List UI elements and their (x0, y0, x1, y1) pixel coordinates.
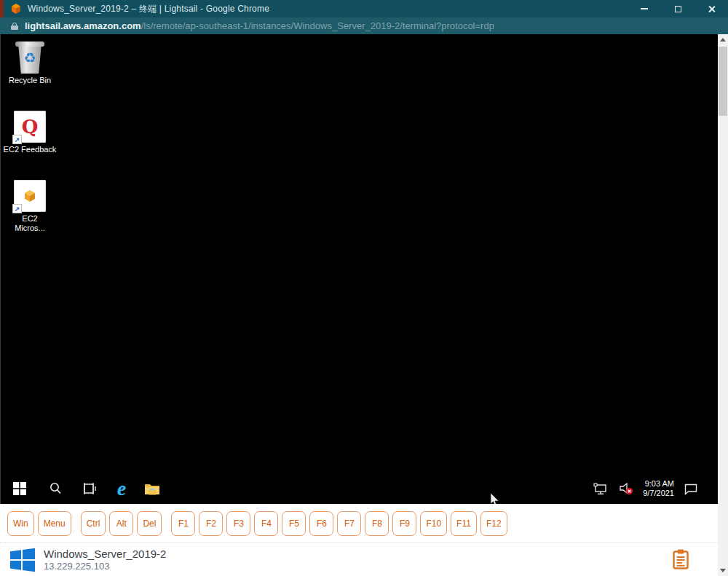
key-group-modifiers-2: Ctrl Alt Del (81, 511, 162, 536)
scrollbar-up-arrow[interactable] (718, 34, 728, 45)
desktop-icon-label: EC2 Micros... (1, 214, 59, 233)
start-button[interactable] (11, 480, 28, 497)
remote-session-viewport: ♻ Recycle Bin Q ↗ EC2 Feedback (0, 34, 728, 576)
recycle-glyph: ♻ (15, 49, 44, 68)
tray-date: 9/7/2021 (643, 489, 674, 498)
windows-start-icon (13, 482, 26, 495)
instance-footer: Windows_Server_2019-2 13.229.225.103 (0, 543, 718, 576)
aws-cube-glyph (23, 189, 37, 203)
padlock-icon[interactable] (11, 23, 18, 30)
address-bar[interactable]: lightsail.aws.amazon.com/ls/remote/ap-so… (0, 17, 728, 34)
clipboard-icon (673, 549, 689, 569)
file-explorer-icon (144, 482, 160, 495)
instance-info: Windows_Server_2019-2 13.229.225.103 (44, 548, 166, 572)
desktop-icon-label: Recycle Bin (1, 76, 59, 85)
key-f8[interactable]: F8 (365, 511, 389, 536)
desktop-icon-label: EC2 Feedback (1, 145, 59, 154)
label-line-1: EC2 (1, 214, 59, 224)
qualtrics-q-icon: Q ↗ (14, 111, 46, 143)
close-button[interactable] (695, 0, 728, 17)
network-tray-button[interactable] (592, 480, 609, 497)
task-view-button[interactable] (81, 480, 98, 497)
volume-tray-button[interactable] (617, 480, 635, 497)
label-line-2: Micros... (1, 224, 59, 233)
scrollbar-down-arrow[interactable] (718, 565, 728, 576)
window-title: Windows_Server_2019-2 – 终端 | Lightsail -… (28, 3, 269, 15)
recycle-bin-icon: ♻ (15, 40, 44, 74)
window-edge-strip (0, 0, 4, 17)
task-view-icon (82, 482, 97, 495)
key-del[interactable]: Del (137, 511, 162, 536)
url-path: /ls/remote/ap-southeast-1/instances/Wind… (141, 20, 494, 31)
taskbar-search-button[interactable] (47, 480, 64, 497)
internet-explorer-icon: e (117, 480, 126, 497)
key-f3[interactable]: F3 (226, 511, 250, 536)
key-f10[interactable]: F10 (420, 511, 447, 536)
clipboard-button[interactable] (673, 549, 689, 572)
minimize-icon (641, 8, 648, 9)
key-group-function: F1 F2 F3 F4 F5 F6 F7 F8 F9 F10 F11 F12 (171, 511, 507, 536)
key-f12[interactable]: F12 (480, 511, 507, 536)
key-f7[interactable]: F7 (337, 511, 361, 536)
key-ctrl[interactable]: Ctrl (81, 511, 106, 536)
key-f4[interactable]: F4 (254, 511, 278, 536)
volume-muted-icon (619, 482, 633, 495)
minimize-button[interactable] (628, 0, 661, 17)
maximize-icon (675, 6, 681, 12)
remote-desktop[interactable]: ♻ Recycle Bin Q ↗ EC2 Feedback (0, 34, 718, 504)
recycle-bin-rim (15, 42, 44, 47)
lightsail-cube-icon (10, 3, 22, 15)
key-menu[interactable]: Menu (38, 511, 71, 536)
aws-cube-icon: ↗ (14, 180, 46, 212)
system-tray: 9:03 AM 9/7/2021 (592, 473, 700, 504)
action-center-button[interactable] (682, 480, 700, 497)
file-explorer-button[interactable] (143, 480, 161, 497)
up-triangle-icon (720, 38, 726, 42)
windows-taskbar: e (1, 473, 719, 504)
down-triangle-icon (720, 569, 726, 572)
tray-clock[interactable]: 9:03 AM 9/7/2021 (643, 479, 674, 498)
key-f9[interactable]: F9 (392, 511, 416, 536)
maximize-button[interactable] (661, 0, 695, 17)
page-scrollbar[interactable] (718, 34, 728, 576)
key-alt[interactable]: Alt (109, 511, 133, 536)
instance-ip: 13.229.225.103 (44, 561, 166, 572)
key-f1[interactable]: F1 (171, 511, 195, 536)
window-controls (628, 0, 728, 17)
action-center-icon (684, 483, 698, 495)
browser-window: Windows_Server_2019-2 – 终端 | Lightsail -… (0, 0, 728, 576)
shortcut-arrow-icon: ↗ (12, 204, 22, 213)
key-win[interactable]: Win (7, 511, 34, 536)
windows-logo-icon (10, 548, 35, 572)
network-icon (593, 483, 608, 495)
tray-time: 9:03 AM (643, 479, 674, 489)
key-f5[interactable]: F5 (282, 511, 306, 536)
search-icon (49, 482, 62, 495)
virtual-key-toolbar: Win Menu Ctrl Alt Del F1 F2 F3 F4 F5 F6 … (0, 504, 718, 543)
close-icon (708, 5, 716, 13)
url-domain: lightsail.aws.amazon.com (25, 20, 141, 31)
shortcut-arrow-icon: ↗ (12, 135, 22, 144)
key-group-modifiers-1: Win Menu (7, 511, 71, 536)
key-f11[interactable]: F11 (451, 511, 477, 536)
desktop-icon-ec2-microsoft[interactable]: ↗ EC2 Micros... (1, 180, 59, 233)
key-f6[interactable]: F6 (309, 511, 333, 536)
instance-name: Windows_Server_2019-2 (44, 548, 166, 561)
key-f2[interactable]: F2 (199, 511, 223, 536)
desktop-icon-ec2-feedback[interactable]: Q ↗ EC2 Feedback (1, 111, 59, 154)
internet-explorer-button[interactable]: e (113, 480, 130, 497)
scrollbar-thumb[interactable] (719, 47, 727, 116)
padlock-body (11, 25, 18, 30)
chrome-titlebar: Windows_Server_2019-2 – 终端 | Lightsail -… (0, 0, 728, 17)
desktop-icon-recycle-bin[interactable]: ♻ Recycle Bin (1, 40, 59, 85)
